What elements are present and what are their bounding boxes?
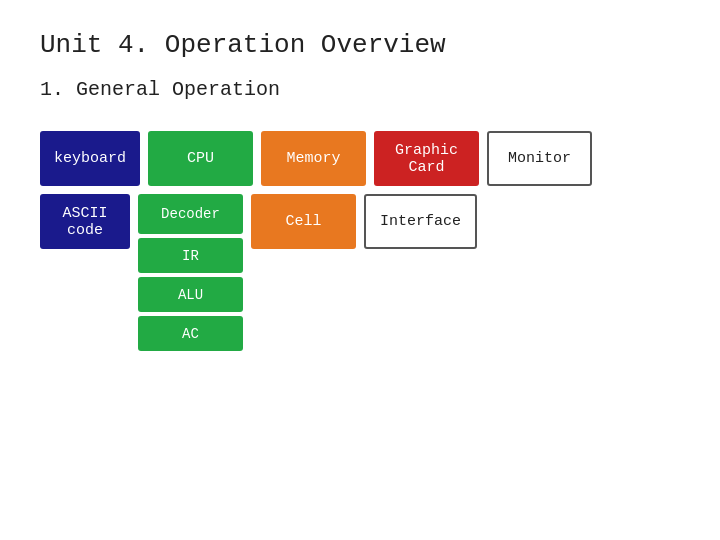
cpu-subgroup: Decoder IR ALU AC [138,194,243,351]
ascii-code-box: ASCIIcode [40,194,130,249]
ir-box: IR [138,238,243,273]
interface-box: Interface [364,194,477,249]
row1: keyboard CPU Memory GraphicCard Monitor [40,131,680,186]
page-subtitle: 1. General Operation [40,78,680,101]
ac-box: AC [138,316,243,351]
memory-box: Memory [261,131,366,186]
keyboard-box: keyboard [40,131,140,186]
diagram: keyboard CPU Memory GraphicCard Monitor … [40,131,680,351]
page-container: Unit 4. Operation Overview 1. General Op… [0,0,720,381]
cpu-box: CPU [148,131,253,186]
decoder-box: Decoder [138,194,243,234]
graphic-card-box: GraphicCard [374,131,479,186]
cell-box: Cell [251,194,356,249]
page-title: Unit 4. Operation Overview [40,30,680,60]
alu-box: ALU [138,277,243,312]
monitor-box: Monitor [487,131,592,186]
row2: ASCIIcode Decoder IR ALU AC Cell [40,194,680,351]
ascii-label: ASCIIcode [62,205,107,239]
graphic-card-label: GraphicCard [395,142,458,176]
